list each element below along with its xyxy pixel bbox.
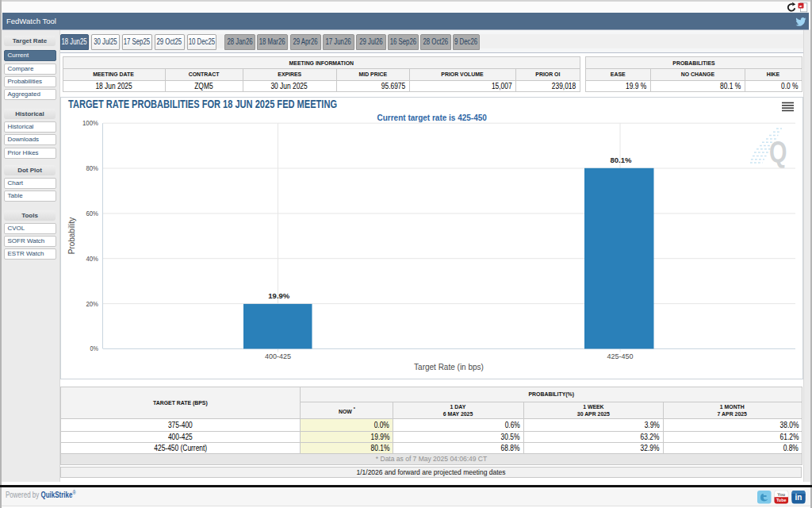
svg-text:Probability: Probability [67, 217, 76, 255]
svg-text:80.1%: 80.1% [611, 156, 632, 164]
svg-text:Target Rate (in bps): Target Rate (in bps) [414, 363, 484, 371]
svg-text:Current target rate is 425-450: Current target rate is 425-450 [377, 114, 487, 122]
svg-text:in: in [795, 493, 802, 502]
svg-text:80%: 80% [86, 164, 99, 172]
svg-text:You: You [777, 492, 785, 497]
svg-text:20%: 20% [86, 300, 99, 308]
svg-text:425-450: 425-450 [607, 352, 633, 360]
svg-text:100%: 100% [82, 119, 98, 127]
svg-text:400-425: 400-425 [265, 352, 291, 360]
svg-text:60%: 60% [86, 210, 99, 217]
svg-text:TARGET RATE PROBABILITIES FOR: TARGET RATE PROBABILITIES FOR 18 JUN 202… [68, 97, 337, 110]
svg-text:0%: 0% [90, 344, 99, 352]
svg-text:40%: 40% [86, 255, 99, 263]
svg-text:19.9%: 19.9% [268, 291, 289, 300]
svg-text:Q: Q [769, 136, 787, 168]
svg-text:Tube: Tube [776, 497, 786, 502]
